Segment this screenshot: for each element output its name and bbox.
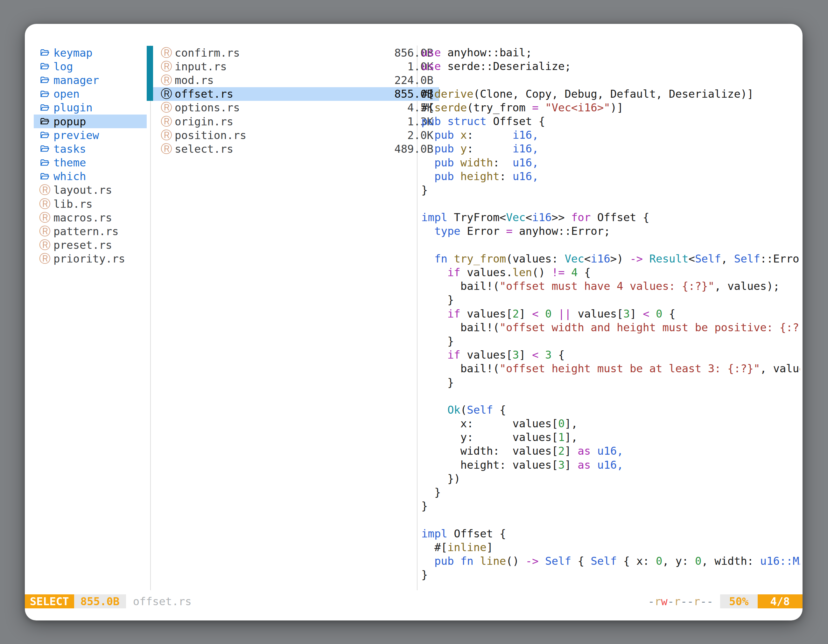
sidebar-item-lib-rs[interactable]: Ⓡlib.rs	[34, 197, 147, 211]
desktop-background: keymaplogmanageropenpluginpopuppreviewta…	[0, 0, 828, 644]
code-line: if values.len() != 4 {	[421, 266, 800, 279]
rust-file-icon: Ⓡ	[39, 184, 51, 196]
item-label: macros.rs	[53, 211, 112, 224]
folder-open-icon	[39, 76, 51, 84]
code-line: width: values[2] as u16,	[421, 444, 800, 458]
file-name: select.rs	[175, 143, 233, 155]
cursor-position-badge: 4/8	[758, 594, 803, 608]
file-name: offset.rs	[175, 88, 233, 100]
file-name: position.rs	[175, 129, 246, 142]
sidebar-item-tasks[interactable]: tasks	[34, 142, 147, 155]
folder-open-icon	[39, 103, 51, 112]
code-line: }	[421, 376, 800, 389]
sidebar-item-preset-rs[interactable]: Ⓡpreset.rs	[34, 238, 147, 252]
code-line: bail!("offset width and height must be p…	[421, 321, 800, 334]
code-line: pub width: u16,	[421, 156, 800, 169]
code-line: use anyhow::bail;	[421, 46, 800, 60]
code-line: }	[421, 499, 800, 513]
code-line: bail!("offset height must be at least 3:…	[421, 362, 800, 376]
folder-open-icon	[39, 117, 51, 126]
code-line: impl TryFrom<Vec<i16>> for Offset {	[421, 211, 800, 224]
code-line: fn try_from(values: Vec<i16>) -> Result<…	[421, 252, 800, 266]
sidebar-item-layout-rs[interactable]: Ⓡlayout.rs	[34, 183, 147, 197]
code-line: })	[421, 472, 800, 486]
file-row-position-rs[interactable]: Ⓡposition.rs2.0K	[147, 128, 439, 142]
item-label: priority.rs	[53, 252, 125, 265]
sidebar-item-priority-rs[interactable]: Ⓡpriority.rs	[34, 252, 147, 266]
item-label: layout.rs	[53, 183, 112, 196]
sidebar-item-which[interactable]: which	[34, 169, 147, 183]
sidebar-item-log[interactable]: log	[34, 60, 147, 73]
file-row-mod-rs[interactable]: Ⓡmod.rs224.0B	[147, 73, 439, 87]
rust-file-icon: Ⓡ	[160, 130, 173, 141]
rust-file-icon: Ⓡ	[39, 212, 51, 223]
terminal-window: keymaplogmanageropenpluginpopuppreviewta…	[25, 24, 803, 620]
marked-indicator	[147, 142, 153, 155]
code-line: pub y: i16,	[421, 142, 800, 155]
sidebar-item-macros-rs[interactable]: Ⓡmacros.rs	[34, 211, 147, 224]
code-line: impl Offset {	[421, 527, 800, 541]
code-line: if values[2] < 0 || values[3] < 0 {	[421, 307, 800, 321]
rust-file-icon: Ⓡ	[160, 61, 173, 72]
file-row-origin-rs[interactable]: Ⓡorigin.rs1.3K	[147, 114, 439, 128]
item-label: manager	[53, 74, 99, 86]
marked-indicator	[147, 128, 153, 142]
code-line: }	[421, 486, 800, 499]
code-line	[421, 197, 800, 211]
code-line: type Error = anyhow::Error;	[421, 224, 800, 238]
sidebar-item-plugin[interactable]: plugin	[34, 101, 147, 114]
rust-file-icon: Ⓡ	[39, 253, 51, 265]
code-line: }	[421, 293, 800, 307]
folder-open-icon	[39, 90, 51, 98]
code-line	[421, 238, 800, 252]
file-name: confirm.rs	[175, 47, 240, 59]
code-line: bail!("offset must have 4 values: {:?}",…	[421, 279, 800, 293]
rust-file-icon: Ⓡ	[39, 198, 51, 210]
mode-badge: SELECT	[25, 594, 74, 608]
file-row-input-rs[interactable]: Ⓡinput.rs1.0K	[147, 60, 439, 73]
item-label: preview	[53, 129, 99, 142]
marked-indicator	[147, 114, 153, 128]
code-line: pub fn line() -> Self { Self { x: 0, y: …	[421, 554, 800, 568]
rust-file-icon: Ⓡ	[160, 88, 173, 100]
rust-file-icon: Ⓡ	[39, 226, 51, 237]
permissions-label: -rw-r--r--	[648, 595, 713, 608]
code-line: pub x: i16,	[421, 128, 800, 142]
code-line: }	[421, 568, 800, 581]
sidebar-item-keymap[interactable]: keymap	[34, 46, 147, 60]
folder-open-icon	[39, 158, 51, 167]
sidebar-item-popup[interactable]: popup	[34, 114, 147, 128]
code-line: use serde::Deserialize;	[421, 60, 800, 73]
marked-indicator	[147, 101, 153, 114]
file-preview-pane: use anyhow::bail;use serde::Deserialize;…	[421, 46, 800, 581]
sidebar-item-manager[interactable]: manager	[34, 73, 147, 87]
code-line: y: values[1],	[421, 431, 800, 444]
code-line: if values[3] < 3 {	[421, 348, 800, 362]
rust-file-icon: Ⓡ	[39, 239, 51, 251]
status-filename: offset.rs	[133, 595, 191, 608]
code-line: #[serde(try_from = "Vec<i16>")]	[421, 101, 800, 114]
folder-open-icon	[39, 49, 51, 57]
code-line: Ok(Self {	[421, 403, 800, 417]
file-size-badge: 855.0B	[74, 594, 126, 608]
rust-file-icon: Ⓡ	[160, 102, 173, 113]
code-line	[421, 513, 800, 526]
file-row-confirm-rs[interactable]: Ⓡconfirm.rs856.0B	[147, 46, 439, 60]
sidebar-item-theme[interactable]: theme	[34, 156, 147, 169]
marked-indicator	[147, 87, 153, 101]
file-name: mod.rs	[175, 74, 214, 86]
code-line: height: values[3] as u16,	[421, 458, 800, 472]
file-row-select-rs[interactable]: Ⓡselect.rs489.0B	[147, 142, 439, 155]
rust-file-icon: Ⓡ	[160, 116, 173, 127]
item-label: open	[53, 88, 80, 100]
scroll-percent-badge: 50%	[720, 594, 757, 608]
rust-file-icon: Ⓡ	[160, 47, 173, 58]
file-name: options.rs	[175, 101, 240, 114]
sidebar-item-pattern-rs[interactable]: Ⓡpattern.rs	[34, 224, 147, 238]
item-label: keymap	[53, 47, 93, 59]
sidebar-item-open[interactable]: open	[34, 87, 147, 101]
sidebar-item-preview[interactable]: preview	[34, 128, 147, 142]
item-label: preset.rs	[53, 239, 112, 251]
file-row-options-rs[interactable]: Ⓡoptions.rs4.5K	[147, 101, 439, 114]
file-row-offset-rs[interactable]: Ⓡoffset.rs855.0B	[147, 87, 439, 101]
